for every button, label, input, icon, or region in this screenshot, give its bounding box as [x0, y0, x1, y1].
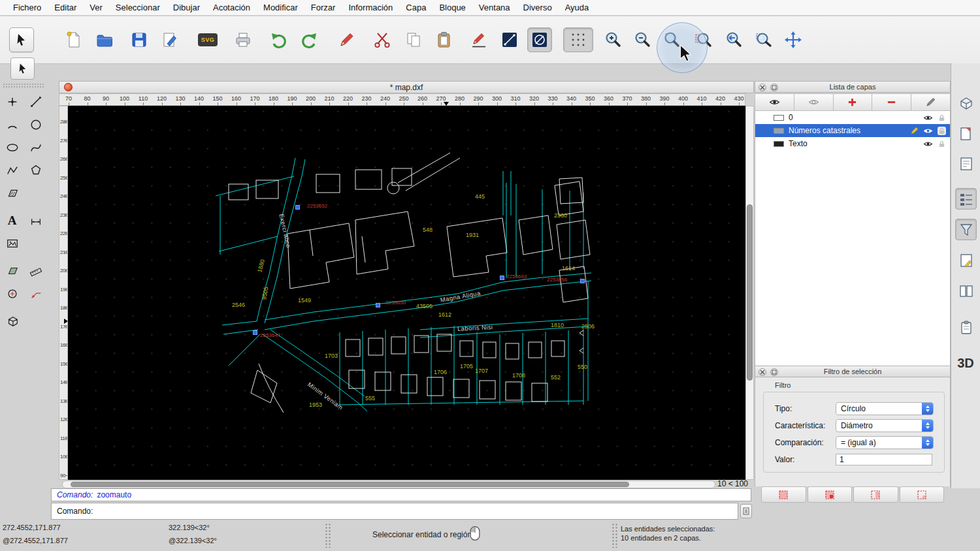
print-preview-button[interactable]: [231, 27, 255, 52]
filter-add-to-selection-button[interactable]: [808, 486, 853, 503]
layer-lock-icon[interactable]: [938, 127, 946, 135]
solid-fill-tool[interactable]: [1, 260, 24, 282]
close-filter-panel-button[interactable]: [759, 368, 766, 376]
shape-tool[interactable]: [1, 283, 24, 305]
menu-item-bloque[interactable]: Bloque: [433, 0, 472, 16]
edit-layer-button[interactable]: [911, 93, 951, 111]
add-layer-button[interactable]: [834, 93, 873, 111]
command-options-button[interactable]: [740, 504, 752, 518]
remove-layer-button[interactable]: [872, 93, 911, 111]
filter-tipo-select[interactable]: Círculo: [836, 402, 934, 415]
hide-all-layers-button[interactable]: [794, 93, 834, 111]
image-tool[interactable]: [1, 232, 24, 255]
horizontal-scrollbar-thumb[interactable]: [71, 482, 629, 487]
block-list-button[interactable]: [955, 123, 977, 144]
filter-caracteristica-select[interactable]: Diámetro: [836, 419, 934, 432]
select-tool-button[interactable]: [9, 27, 34, 52]
filter-select-button[interactable]: [761, 486, 806, 503]
layer-visibility-icon[interactable]: [923, 127, 933, 134]
filter-remove-from-selection-button[interactable]: [853, 486, 898, 503]
layer-visibility-icon[interactable]: [923, 140, 933, 148]
menu-item-capa[interactable]: Capa: [399, 0, 433, 16]
hatch-tool[interactable]: [1, 182, 24, 204]
detach-layer-panel-button[interactable]: [770, 84, 778, 91]
zoom-out-button[interactable]: [630, 27, 655, 52]
layer-row-numeros-catastrales[interactable]: Números catastrales: [755, 124, 950, 137]
new-file-button[interactable]: [61, 27, 86, 52]
vertical-scrollbar-thumb[interactable]: [747, 204, 753, 381]
leader-tool[interactable]: [24, 283, 47, 305]
selection-grip[interactable]: [500, 276, 504, 280]
circle-tool[interactable]: [24, 114, 47, 136]
paste-button[interactable]: [432, 27, 457, 52]
detach-filter-panel-button[interactable]: [770, 368, 778, 376]
layer-row-0[interactable]: 0: [755, 111, 950, 124]
modify-entity-button[interactable]: [334, 27, 359, 52]
selection-grip[interactable]: [376, 303, 380, 307]
measure-tool[interactable]: [24, 260, 47, 282]
document-titlebar[interactable]: * map.dxf: [59, 81, 754, 93]
menu-item-fichero[interactable]: Fichero: [7, 0, 48, 16]
selection-grip[interactable]: [295, 205, 300, 210]
library-browser-button[interactable]: [955, 249, 977, 271]
selection-grip[interactable]: [580, 279, 585, 283]
view-3d-label[interactable]: 3D: [951, 356, 980, 371]
point-tool[interactable]: [1, 91, 24, 113]
menu-item-modificar[interactable]: Modificar: [257, 0, 304, 16]
zoom-window-button[interactable]: [751, 27, 776, 52]
dimension-tool[interactable]: [24, 210, 47, 232]
show-all-layers-button[interactable]: [755, 93, 794, 111]
filter-valor-input[interactable]: [836, 454, 932, 465]
palette-drag-handle[interactable]: [3, 83, 44, 87]
ellipse-tool[interactable]: [1, 136, 24, 159]
filter-intersect-selection-button[interactable]: [900, 486, 945, 503]
close-layer-panel-button[interactable]: [759, 84, 766, 91]
selection-grip[interactable]: [253, 330, 257, 335]
layer-list-button[interactable]: [955, 188, 977, 210]
horizontal-scrollbar[interactable]: [62, 480, 715, 488]
layer-visibility-icon[interactable]: [923, 114, 933, 121]
grid-toggle-button[interactable]: [563, 27, 593, 52]
arc-tool[interactable]: [1, 114, 24, 136]
line-tool-button[interactable]: [497, 27, 522, 52]
command-input[interactable]: [97, 506, 738, 516]
menu-item-diverso[interactable]: Diverso: [517, 0, 559, 16]
polygon-tool[interactable]: [24, 159, 47, 181]
copy-button[interactable]: [401, 27, 426, 52]
line-tool[interactable]: [24, 91, 47, 113]
layer-row-texto[interactable]: Texto: [755, 137, 950, 150]
text-tool[interactable]: A: [1, 210, 24, 232]
open-file-button[interactable]: [92, 27, 117, 52]
box-3d-tool[interactable]: [1, 310, 24, 332]
layer-lock-icon[interactable]: [938, 114, 946, 122]
pointer-mode-button[interactable]: [10, 57, 35, 80]
menu-item-ver[interactable]: Ver: [83, 0, 109, 16]
edit-document-button[interactable]: [157, 27, 182, 52]
view-list-button[interactable]: [955, 153, 977, 174]
circle-tool-button[interactable]: [527, 27, 552, 52]
menu-item-editar[interactable]: Editar: [48, 0, 83, 16]
undo-button[interactable]: [267, 27, 291, 52]
redo-button[interactable]: [297, 27, 321, 52]
script-shell-button[interactable]: [955, 317, 977, 338]
menu-item-acotacion[interactable]: Acotación: [206, 0, 257, 16]
layer-edit-pencil-icon[interactable]: [910, 127, 919, 135]
menu-item-forzar[interactable]: Forzar: [304, 0, 342, 16]
save-file-button[interactable]: [127, 27, 152, 52]
svg-export-button[interactable]: SVG: [195, 27, 220, 52]
drawing-canvas[interactable]: Exerci alicoMagna AliquaLaboris NisiMini…: [68, 106, 745, 480]
selection-filter-button[interactable]: [955, 219, 977, 240]
pan-button[interactable]: [781, 27, 806, 52]
menu-item-ventana[interactable]: Ventana: [472, 0, 517, 16]
menu-item-informacion[interactable]: Información: [342, 0, 399, 16]
spline-tool[interactable]: [24, 136, 47, 159]
layer-lock-icon[interactable]: [938, 140, 946, 148]
edit-text-button[interactable]: [466, 27, 491, 52]
command-history-button[interactable]: [955, 280, 977, 302]
menu-item-ayuda[interactable]: Ayuda: [559, 0, 596, 16]
menu-item-seleccionar[interactable]: Seleccionar: [109, 0, 167, 16]
vertical-scrollbar[interactable]: [745, 106, 754, 480]
property-editor-button[interactable]: [955, 92, 977, 114]
filter-comparacion-select[interactable]: = (igual a): [836, 436, 934, 449]
zoom-in-button[interactable]: [600, 27, 625, 52]
